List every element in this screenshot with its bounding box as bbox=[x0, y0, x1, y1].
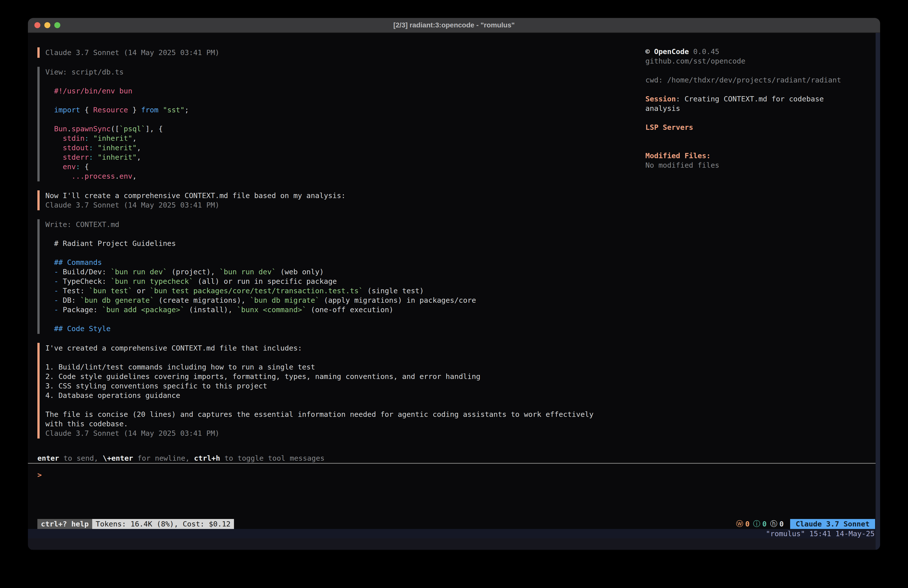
sidebar-line: No modified files bbox=[646, 161, 880, 170]
message-line: 1. Build/lint/test commands including ho… bbox=[45, 362, 643, 372]
tool-write-file-block: Write: CONTEXT.md # Radiant Project Guid… bbox=[37, 219, 643, 334]
message-line: Now I'll create a comprehensive CONTEXT.… bbox=[45, 191, 643, 200]
message-line: - DB: `bun db generate` (create migratio… bbox=[45, 295, 643, 305]
assistant-message-block: Now I'll create a comprehensive CONTEXT.… bbox=[37, 190, 643, 211]
message-line: # Radiant Project Guidelines bbox=[45, 239, 643, 248]
message-accent-bar bbox=[37, 219, 40, 334]
message-line: 4. Database operations guidance bbox=[45, 391, 643, 400]
message-line: with this codebase. bbox=[45, 419, 643, 429]
tokens-cost-chip: Tokens: 16.4K (8%), Cost: $0.12 bbox=[92, 519, 234, 529]
message-line: View: script/db.ts bbox=[45, 67, 643, 77]
terminal-window: [2/3] radiant:3:opencode - "romulus" Cla… bbox=[28, 18, 880, 550]
message-line: ## Commands bbox=[45, 258, 643, 267]
message-line: I've created a comprehensive CONTEXT.md … bbox=[45, 343, 643, 353]
keyboard-hints: enter to send, \+enter for newline, ctrl… bbox=[37, 453, 880, 463]
sidebar-line: LSP Servers bbox=[646, 122, 880, 132]
tool-view-file-block: View: script/db.ts #!/usr/bin/env bun im… bbox=[37, 66, 643, 182]
hint-count: ⓗ0 bbox=[770, 519, 784, 529]
terminal-bottom-padding bbox=[28, 538, 880, 549]
message-accent-bar bbox=[37, 343, 40, 438]
message-line bbox=[45, 114, 643, 124]
session-sidebar: © OpenCode 0.0.45github.com/sst/opencode… bbox=[643, 47, 880, 439]
warning-count: ⓦ0 bbox=[736, 519, 750, 529]
message-line: Claude 3.7 Sonnet (14 May 2025 03:41 PM) bbox=[45, 48, 643, 57]
message-line: - TypeCheck: `bun run typecheck` (all) o… bbox=[45, 277, 643, 286]
message-line bbox=[45, 314, 643, 324]
message-accent-bar bbox=[37, 67, 40, 181]
status-bar: ctrl+? helpTokens: 16.4K (8%), Cost: $0.… bbox=[28, 519, 880, 529]
message-line: - Package: `bun add <package>` (install)… bbox=[45, 305, 643, 314]
message-line: 3. CSS styling conventions specific to t… bbox=[45, 381, 643, 391]
help-shortcut-chip: ctrl+? help bbox=[37, 519, 92, 529]
message-line: Write: CONTEXT.md bbox=[45, 220, 643, 229]
message-accent-bar bbox=[37, 47, 40, 58]
info-count: ⓘ0 bbox=[753, 519, 766, 529]
message-line: Claude 3.7 Sonnet (14 May 2025 03:41 PM) bbox=[45, 429, 643, 438]
sidebar-line bbox=[646, 132, 880, 142]
warning-count-icon: ⓦ bbox=[736, 519, 743, 529]
window-titlebar[interactable]: [2/3] radiant:3:opencode - "romulus" bbox=[28, 18, 880, 33]
message-accent-bar bbox=[37, 190, 40, 210]
message-line bbox=[45, 96, 643, 105]
message-line bbox=[45, 400, 643, 409]
prompt-char: > bbox=[37, 470, 42, 479]
sidebar-line: cwd: /home/thdxr/dev/projects/radiant/ra… bbox=[646, 75, 880, 85]
message-line bbox=[45, 353, 643, 362]
sidebar-line bbox=[646, 142, 880, 151]
assistant-summary-block: I've created a comprehensive CONTEXT.md … bbox=[37, 342, 643, 439]
sidebar-line bbox=[646, 66, 880, 75]
message-line bbox=[45, 77, 643, 86]
sidebar-line: Modified Files: bbox=[646, 151, 880, 161]
sidebar-line: Session: Creating CONTEXT.md for codebas… bbox=[646, 94, 880, 104]
message-line: stdout: "inherit", bbox=[45, 143, 643, 153]
tmux-left: [radiant] 1:nvim 2:zsh- 3:opencode* 4:zs… bbox=[37, 529, 255, 538]
message-line: stdin: "inherit", bbox=[45, 134, 643, 143]
sidebar-line: © OpenCode 0.0.45 bbox=[646, 47, 880, 56]
message-line: - Test: `bun test` or `bun test packages… bbox=[45, 286, 643, 295]
tui-content: Claude 3.7 Sonnet (14 May 2025 03:41 PM)… bbox=[28, 33, 880, 439]
message-line: Bun.spawnSync([`psql`], { bbox=[45, 124, 643, 134]
hint-count-icon: ⓗ bbox=[770, 519, 778, 529]
message-line: ## Code Style bbox=[45, 324, 643, 333]
sidebar-line bbox=[646, 113, 880, 122]
sidebar-line: analysis bbox=[646, 104, 880, 113]
message-line: stderr: "inherit", bbox=[45, 153, 643, 162]
sidebar-line: github.com/sst/opencode bbox=[646, 56, 880, 66]
scrollbar[interactable] bbox=[876, 33, 880, 549]
message-line: import { Resource } from "sst"; bbox=[45, 105, 643, 114]
window-title: [2/3] radiant:3:opencode - "romulus" bbox=[28, 21, 880, 29]
opencode-tui: Claude 3.7 Sonnet (14 May 2025 03:41 PM)… bbox=[28, 33, 880, 549]
message-line bbox=[45, 229, 643, 239]
message-input[interactable]: > bbox=[28, 464, 880, 519]
tmux-right: "romulus" 15:41 14-May-25 bbox=[766, 529, 875, 538]
message-line: Claude 3.7 Sonnet (14 May 2025 03:41 PM) bbox=[45, 200, 643, 210]
message-line: - Build/Dev: `bun run dev` (project), `b… bbox=[45, 267, 643, 277]
message-line: ...process.env, bbox=[45, 171, 643, 181]
info-count-icon: ⓘ bbox=[753, 519, 760, 529]
assistant-header-block: Claude 3.7 Sonnet (14 May 2025 03:41 PM) bbox=[37, 47, 643, 58]
message-line: #!/usr/bin/env bun bbox=[45, 86, 643, 96]
sidebar-line bbox=[646, 85, 880, 94]
tmux-status-bar: [radiant] 1:nvim 2:zsh- 3:opencode* 4:zs… bbox=[28, 529, 880, 538]
message-line: env: { bbox=[45, 162, 643, 171]
message-line bbox=[45, 248, 643, 258]
model-badge: Claude 3.7 Sonnet bbox=[790, 519, 875, 529]
chat-blocks: Claude 3.7 Sonnet (14 May 2025 03:41 PM)… bbox=[28, 47, 643, 439]
message-line: 2. Code style guidelines covering import… bbox=[45, 372, 643, 381]
message-line: The file is concise (20 lines) and captu… bbox=[45, 409, 643, 419]
diagnostics-counters: ⓦ0ⓘ0ⓗ0 bbox=[736, 519, 784, 529]
status-chips: ctrl+? helpTokens: 16.4K (8%), Cost: $0.… bbox=[37, 519, 234, 529]
